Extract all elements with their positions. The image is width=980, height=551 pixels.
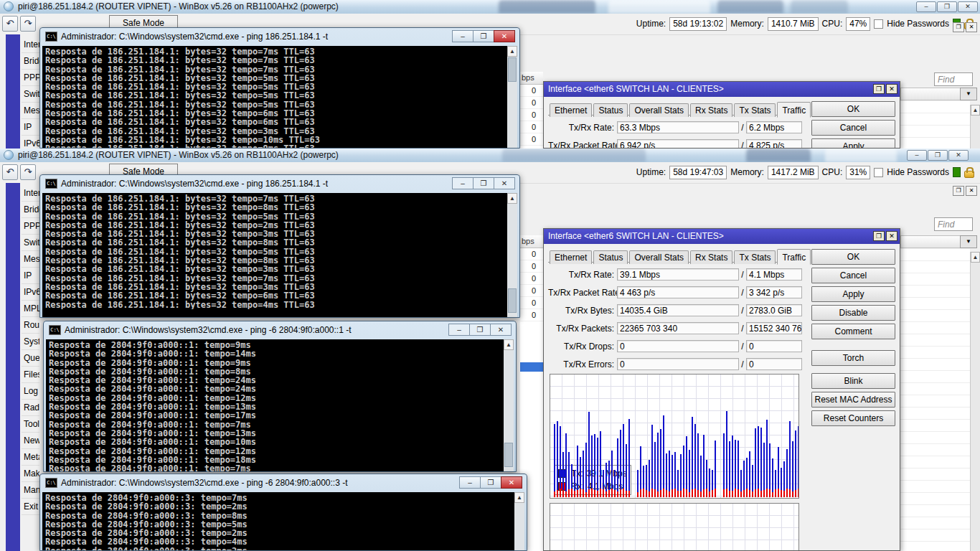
tab-rx-stats[interactable]: Rx Stats	[690, 103, 732, 117]
minimize-button[interactable]: –	[452, 30, 473, 42]
sidebar-item-interfaces[interactable]: Interfaces	[22, 37, 39, 53]
mdi-restore-button[interactable]: ❐	[953, 22, 964, 32]
scrollbar-thumb[interactable]	[508, 57, 517, 82]
minimize-button[interactable]: –	[916, 1, 936, 12]
tab-status[interactable]: Status	[593, 103, 628, 117]
sidebar-item-bridge[interactable]: Bridge	[22, 53, 39, 70]
cmd3-scrollbar[interactable]: ▲	[504, 339, 514, 471]
restore-button[interactable]: ❐	[928, 150, 948, 161]
comment-button[interactable]: Comment	[811, 324, 895, 339]
redo-button[interactable]: ↷	[20, 16, 36, 32]
close-button[interactable]: ✕	[958, 1, 978, 12]
sidebar-item-system[interactable]: System	[22, 334, 39, 350]
scroll-up-icon[interactable]: ▲	[971, 252, 980, 263]
rx-value-field[interactable]: 15152 340 765	[746, 322, 802, 334]
sidebar-item-mesh[interactable]: Mesh	[22, 251, 39, 268]
dialog2-titlebar[interactable]: Interface <ether6 SWITCH LAN - CLIENTES>…	[544, 229, 900, 244]
hide-passwords-checkbox[interactable]	[874, 168, 883, 177]
sidebar-item-manual[interactable]: Manual	[22, 482, 39, 499]
sidebar-item-log[interactable]: Log	[22, 383, 39, 400]
tab-tx-stats[interactable]: Tx Stats	[734, 103, 776, 117]
cmd1-scrollbar[interactable]: ▲	[507, 46, 517, 148]
sidebar-item-ppp[interactable]: PPP	[22, 70, 39, 86]
sidebar-item-tools[interactable]: Tools	[22, 416, 39, 433]
reset-counters-button[interactable]: Reset Counters	[811, 410, 895, 426]
sidebar-item-files[interactable]: Files	[22, 367, 39, 383]
restore-button[interactable]: ❐	[473, 177, 494, 189]
restore-button[interactable]: ❐	[480, 476, 501, 489]
sidebar-item-ip[interactable]: IP	[22, 119, 39, 136]
tab-rx-stats[interactable]: Rx Stats	[690, 250, 732, 264]
rx-value-field[interactable]: 4 825 p/s	[746, 139, 802, 149]
cmd4-titlebar[interactable]: C:\ Administrador: C:\Windows\system32\c…	[40, 474, 527, 492]
sidebar-item-routing[interactable]: Routing	[22, 317, 39, 334]
reset-mac-address-button[interactable]: Reset MAC Address	[811, 392, 895, 408]
sidebar-item-switch[interactable]: Switch	[22, 235, 39, 251]
cmd2-scrollbar[interactable]: ▲	[507, 193, 517, 317]
cmd3-titlebar[interactable]: C:\ Administrador: C:\Windows\system32\c…	[44, 321, 516, 339]
find-input[interactable]: Find	[934, 217, 973, 231]
selected-interface-row[interactable]	[520, 362, 543, 372]
apply-button[interactable]: Apply	[811, 138, 895, 149]
torch-button[interactable]: Torch	[811, 350, 895, 366]
winbox2-titlebar[interactable]: piri@186.251.184.2 (ROUTER VIPNET) - Win…	[0, 149, 980, 163]
sidebar-item-metarouter[interactable]: MetaROUTER	[22, 449, 39, 466]
ok-button[interactable]: OK	[811, 101, 895, 117]
apply-button[interactable]: Apply	[811, 286, 895, 302]
cancel-button[interactable]: Cancel	[811, 120, 895, 136]
close-button[interactable]: ✕	[948, 150, 969, 161]
sidebar-item-ppp[interactable]: PPP	[22, 218, 39, 235]
list-column-header[interactable]	[900, 88, 961, 100]
close-button[interactable]: ✕	[490, 324, 512, 336]
scroll-up-icon[interactable]: ▲	[507, 193, 517, 204]
restore-button[interactable]: ❐	[473, 30, 494, 42]
tab-traffic[interactable]: Traffic	[777, 102, 811, 118]
dialog-close-button[interactable]: ✕	[886, 84, 897, 94]
column-dropdown-button[interactable]: ▼	[960, 235, 977, 248]
minimize-button[interactable]: –	[448, 324, 470, 336]
list-column-header[interactable]	[900, 235, 961, 248]
rx-value-field[interactable]: 2783.0 GiB	[746, 304, 802, 316]
tab-ethernet[interactable]: Ethernet	[550, 103, 592, 117]
restore-button[interactable]: ❐	[469, 324, 491, 336]
tx-value-field[interactable]: 14035.4 GiB	[617, 304, 739, 316]
column-dropdown-button[interactable]: ▼	[960, 88, 977, 100]
list-scrollbar[interactable]: ▲	[970, 252, 980, 551]
tx-value-field[interactable]: 6 942 p/s	[617, 139, 739, 149]
mdi-close-button[interactable]: ✕	[966, 186, 977, 196]
rx-value-field[interactable]: 6.2 Mbps	[746, 121, 802, 133]
close-button[interactable]: ✕	[494, 177, 515, 189]
sidebar-item-exit[interactable]: Exit	[22, 499, 39, 515]
ok-button[interactable]: OK	[811, 249, 895, 265]
rx-value-field[interactable]: 0	[746, 358, 802, 370]
tab-traffic[interactable]: Traffic	[777, 249, 811, 265]
tx-value-field[interactable]: 4 463 p/s	[617, 286, 739, 298]
blink-button[interactable]: Blink	[811, 373, 895, 389]
dialog-close-button[interactable]: ✕	[886, 231, 897, 241]
sidebar-item-interfaces[interactable]: Interfaces	[22, 185, 39, 202]
tab-tx-stats[interactable]: Tx Stats	[734, 250, 776, 264]
undo-button[interactable]: ↶	[2, 16, 18, 32]
scroll-up-icon[interactable]: ▲	[514, 492, 524, 503]
sidebar-item-ipv6[interactable]: IPv6	[22, 136, 39, 149]
winbox1-titlebar[interactable]: piri@186.251.184.2 (ROUTER VIPNET) - Win…	[0, 0, 980, 14]
minimize-button[interactable]: –	[907, 150, 927, 161]
hide-passwords-checkbox[interactable]	[874, 19, 883, 29]
rx-value-field[interactable]: 0	[746, 340, 802, 352]
restore-button[interactable]: ❐	[937, 1, 957, 12]
sidebar-item-mpls[interactable]: MPLS	[22, 301, 39, 317]
dialog1-titlebar[interactable]: Interface <ether6 SWITCH LAN - CLIENTES>…	[544, 82, 900, 97]
sidebar-item-new-terminal[interactable]: New Terminal	[22, 433, 39, 449]
tx-value-field[interactable]: 63.3 Mbps	[617, 121, 739, 133]
close-button[interactable]: ✕	[501, 476, 522, 489]
cancel-button[interactable]: Cancel	[811, 268, 895, 283]
sidebar-item-mesh[interactable]: Mesh	[22, 103, 39, 119]
undo-button[interactable]: ↶	[2, 164, 18, 180]
mdi-close-button[interactable]: ✕	[966, 22, 977, 32]
minimize-button[interactable]: –	[452, 177, 473, 189]
sidebar-item-switch[interactable]: Switch	[22, 86, 39, 103]
dialog-restore-button[interactable]: ❐	[873, 84, 885, 94]
scrollbar-thumb[interactable]	[504, 443, 513, 467]
redo-button[interactable]: ↷	[20, 164, 36, 180]
scroll-up-icon[interactable]: ▲	[507, 46, 517, 57]
